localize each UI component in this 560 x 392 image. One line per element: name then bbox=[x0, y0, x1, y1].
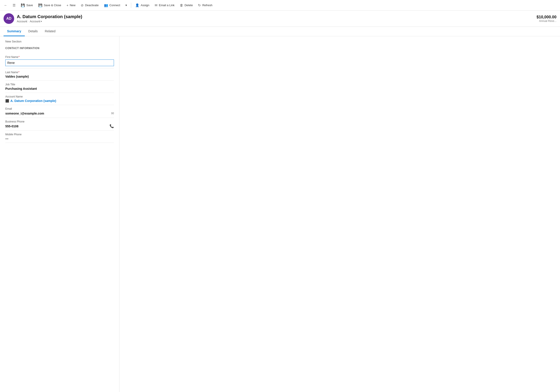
account-name-label: Account Name bbox=[5, 95, 114, 98]
first-name-label: First Name* bbox=[5, 56, 114, 59]
new-section-label: New Section bbox=[5, 40, 114, 43]
field-email: Email someone_i@example.com ✉ bbox=[5, 105, 114, 118]
job-title-label: Job Title bbox=[5, 83, 114, 86]
tab-summary[interactable]: Summary bbox=[4, 27, 25, 36]
sidebar-icon: ☰ bbox=[13, 3, 16, 7]
tabs: Summary Details Related bbox=[0, 27, 560, 36]
field-job-title: Job Title Purchasing Assistant bbox=[5, 81, 114, 93]
field-last-name: Last Name* Valdes (sample) bbox=[5, 69, 114, 81]
connect-button[interactable]: 👥 Connect bbox=[102, 2, 122, 9]
new-icon: + bbox=[66, 3, 68, 7]
refresh-button[interactable]: ↻ Refresh bbox=[196, 2, 215, 9]
avatar: AD bbox=[4, 13, 14, 24]
toolbar: ← ☰ 💾 Save 💾 Save & Close + New ⊘ Deacti… bbox=[0, 0, 560, 11]
business-phone-label: Business Phone bbox=[5, 120, 114, 123]
delete-icon: 🗑 bbox=[180, 3, 183, 7]
last-name-label: Last Name* bbox=[5, 71, 114, 74]
assign-button[interactable]: 👤 Assign bbox=[133, 2, 151, 9]
field-business-phone: Business Phone 555-0108 📞 bbox=[5, 118, 114, 131]
save-close-button[interactable]: 💾 Save & Close bbox=[36, 2, 63, 9]
tab-details[interactable]: Details bbox=[25, 27, 41, 36]
last-name-value: Valdes (sample) bbox=[5, 75, 114, 78]
contact-info-title: CONTACT INFORMATION bbox=[5, 47, 114, 50]
back-icon: ← bbox=[4, 3, 7, 7]
new-button[interactable]: + New bbox=[64, 2, 78, 8]
delete-button[interactable]: 🗑 Delete bbox=[178, 2, 195, 8]
email-link-icon: ✉ bbox=[155, 3, 158, 7]
email-field-row: someone_i@example.com ✉ bbox=[5, 111, 114, 115]
connect-icon: 👥 bbox=[104, 3, 108, 7]
save-close-icon: 💾 bbox=[38, 3, 42, 7]
right-panel bbox=[120, 36, 560, 392]
record-header: AD A. Datum Corporation (sample) Account… bbox=[0, 11, 560, 27]
refresh-icon: ↻ bbox=[198, 3, 201, 7]
field-account-name: Account Name ⬛ A. Datum Corporation (sam… bbox=[5, 93, 114, 105]
annual-revenue-value: $10,000.00 bbox=[537, 15, 556, 20]
email-link-button[interactable]: ✉ Email a Link bbox=[152, 2, 177, 9]
account-entity-icon: ⬛ bbox=[5, 99, 9, 103]
annual-revenue-label: Annual Reve... bbox=[537, 20, 556, 23]
field-first-name: First Name* bbox=[5, 53, 114, 69]
deactivate-button[interactable]: ⊘ Deactivate bbox=[79, 2, 101, 9]
mobile-phone-value: --- bbox=[5, 137, 114, 140]
chevron-down-icon: ▾ bbox=[41, 20, 42, 23]
record-title: A. Datum Corporation (sample) bbox=[17, 14, 82, 19]
tab-related[interactable]: Related bbox=[41, 27, 59, 36]
deactivate-icon: ⊘ bbox=[81, 3, 84, 7]
entity-link[interactable]: Account ▾ bbox=[30, 20, 42, 23]
business-phone-value: 555-0108 bbox=[5, 125, 18, 128]
mobile-phone-label: Mobile Phone bbox=[5, 133, 114, 136]
record-header-right: $10,000.00 Annual Reve... bbox=[537, 15, 556, 23]
sidebar-toggle-button[interactable]: ☰ bbox=[10, 2, 18, 9]
business-phone-row: 555-0108 📞 bbox=[5, 124, 114, 128]
assign-icon: 👤 bbox=[135, 3, 140, 7]
email-value: someone_i@example.com bbox=[5, 112, 44, 115]
first-name-input[interactable] bbox=[5, 59, 114, 66]
field-mobile-phone: Mobile Phone --- bbox=[5, 131, 114, 143]
record-subtitle: Account · Account ▾ bbox=[17, 20, 82, 23]
save-icon: 💾 bbox=[21, 3, 25, 7]
left-panel: New Section CONTACT INFORMATION First Na… bbox=[0, 36, 120, 392]
job-title-value: Purchasing Assistant bbox=[5, 87, 114, 90]
save-button[interactable]: 💾 Save bbox=[19, 2, 35, 9]
account-name-value[interactable]: ⬛ A. Datum Corporation (sample) bbox=[5, 99, 114, 103]
content-area: New Section CONTACT INFORMATION First Na… bbox=[0, 36, 560, 392]
toolbar-separator bbox=[131, 3, 131, 8]
email-action-icon[interactable]: ✉ bbox=[111, 111, 114, 115]
record-header-left: AD A. Datum Corporation (sample) Account… bbox=[4, 13, 82, 24]
email-label: Email bbox=[5, 107, 114, 110]
record-info: A. Datum Corporation (sample) Account · … bbox=[17, 14, 82, 23]
phone-action-icon[interactable]: 📞 bbox=[110, 124, 114, 128]
back-button[interactable]: ← bbox=[2, 2, 10, 8]
more-button[interactable]: ▾ bbox=[123, 2, 129, 8]
